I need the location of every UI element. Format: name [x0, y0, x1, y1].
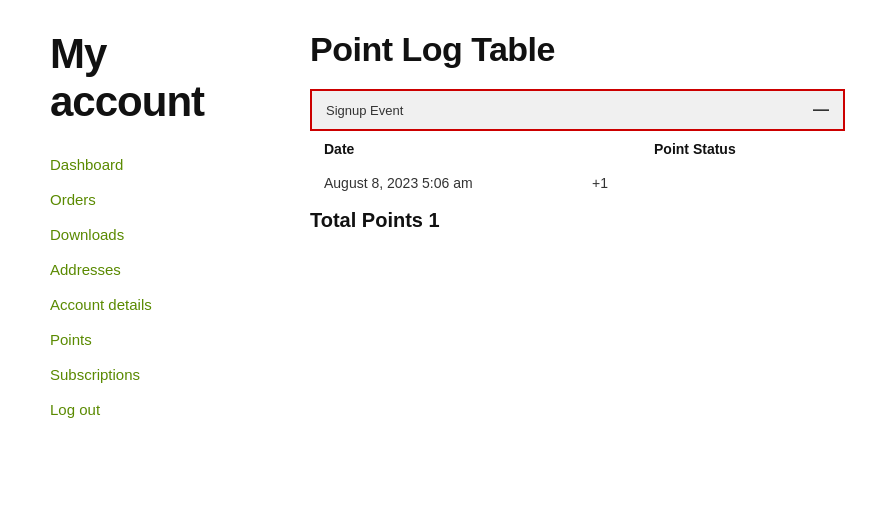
sidebar-item-account-details[interactable]: Account details: [50, 296, 270, 313]
points-header: [560, 131, 640, 167]
table-header-row: Date Point Status: [310, 131, 845, 167]
sidebar-item-log-out[interactable]: Log out: [50, 401, 270, 418]
table-cell-status: [640, 167, 845, 199]
section-title: Point Log Table: [310, 30, 845, 69]
page-title: My account: [50, 30, 270, 126]
table-row: August 8, 2023 5:06 am+1: [310, 167, 845, 199]
signup-event-label: Signup Event: [326, 103, 403, 118]
sidebar-item-addresses[interactable]: Addresses: [50, 261, 270, 278]
main-content: Point Log Table Signup Event — Date Poin…: [310, 30, 845, 418]
sidebar-item-subscriptions[interactable]: Subscriptions: [50, 366, 270, 383]
sidebar: My account DashboardOrdersDownloadsAddre…: [50, 30, 270, 418]
total-points: Total Points 1: [310, 209, 845, 232]
sidebar-item-orders[interactable]: Orders: [50, 191, 270, 208]
sidebar-item-dashboard[interactable]: Dashboard: [50, 156, 270, 173]
sidebar-item-downloads[interactable]: Downloads: [50, 226, 270, 243]
table-cell-date: August 8, 2023 5:06 am: [310, 167, 560, 199]
point-log-table: Date Point Status August 8, 2023 5:06 am…: [310, 131, 845, 199]
table-cell-points: +1: [560, 167, 640, 199]
point-log-wrapper: Signup Event — Date Point Status August …: [310, 89, 845, 199]
signup-event-dash: —: [813, 101, 829, 119]
signup-event-row: Signup Event —: [310, 89, 845, 131]
point-status-header: Point Status: [640, 131, 845, 167]
date-header: Date: [310, 131, 560, 167]
sidebar-item-points[interactable]: Points: [50, 331, 270, 348]
sidebar-nav: DashboardOrdersDownloadsAddressesAccount…: [50, 156, 270, 418]
